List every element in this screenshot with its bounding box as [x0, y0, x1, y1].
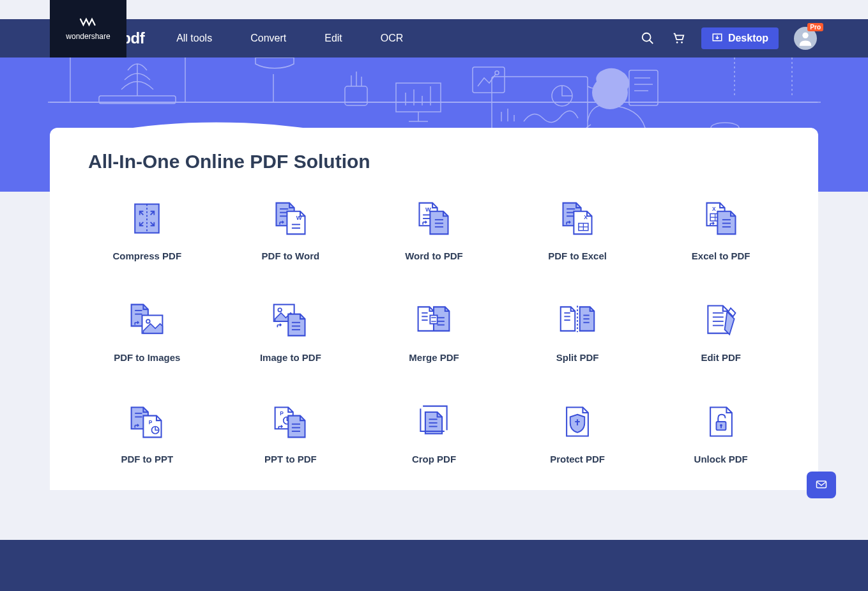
- tool-label: PDF to PPT: [121, 454, 173, 464]
- footer-band: [0, 540, 868, 591]
- tool-merge-pdf[interactable]: Merge PDF: [375, 300, 493, 363]
- tool-label: Unlock PDF: [694, 454, 748, 464]
- svg-text:X: X: [584, 214, 588, 220]
- pdf-to-ppt-icon: P: [126, 401, 167, 442]
- svg-rect-15: [396, 83, 441, 112]
- tool-edit-pdf[interactable]: Edit PDF: [662, 300, 780, 363]
- image-to-pdf-icon: [270, 300, 311, 341]
- split-pdf-icon: [557, 300, 598, 341]
- tool-label: PPT to PDF: [264, 454, 317, 464]
- tools-grid: Compress PDFWPDF to WordWWord to PDFXPDF…: [88, 198, 780, 464]
- tool-crop-pdf[interactable]: Crop PDF: [375, 401, 493, 464]
- merge-pdf-icon: [413, 300, 454, 341]
- tool-label: PDF to Excel: [548, 250, 607, 261]
- edit-pdf-icon: [701, 300, 742, 341]
- main-nav: All tools Convert Edit OCR: [176, 33, 403, 44]
- tool-label: Merge PDF: [409, 352, 459, 363]
- svg-line-3: [650, 40, 653, 44]
- excel-to-pdf-icon: X: [701, 198, 742, 239]
- mail-icon: [814, 479, 828, 491]
- pro-badge: Pro: [807, 23, 823, 31]
- search-icon: [641, 31, 655, 45]
- tool-label: PDF to Word: [262, 250, 320, 261]
- nav-ocr[interactable]: OCR: [381, 33, 404, 44]
- tool-image-to-pdf[interactable]: Image to PDF: [232, 300, 350, 363]
- tool-ppt-to-pdf[interactable]: PPPT to PDF: [232, 401, 350, 464]
- tool-label: PDF to Images: [114, 352, 180, 363]
- svg-point-7: [802, 33, 808, 38]
- chat-button[interactable]: [807, 472, 836, 498]
- tool-label: Split PDF: [556, 352, 599, 363]
- tool-label: Crop PDF: [412, 454, 456, 464]
- tool-pdf-to-excel[interactable]: XPDF to Excel: [519, 198, 637, 261]
- tool-pdf-to-images[interactable]: PDF to Images: [88, 300, 206, 363]
- cart-icon: [671, 31, 685, 45]
- nav-convert[interactable]: Convert: [250, 33, 286, 44]
- wondershare-badge[interactable]: wondershare: [50, 0, 126, 58]
- tool-excel-to-pdf[interactable]: XExcel to PDF: [662, 198, 780, 261]
- main-header: hipdf All tools Convert Edit OCR Des: [0, 19, 868, 58]
- wondershare-label: wondershare: [66, 32, 110, 41]
- search-button[interactable]: [640, 31, 655, 46]
- svg-point-23: [495, 71, 499, 75]
- tool-compress-pdf[interactable]: Compress PDF: [88, 198, 206, 261]
- svg-point-2: [643, 33, 651, 42]
- card-wave: [50, 109, 818, 185]
- svg-point-5: [681, 42, 683, 43]
- svg-rect-111: [817, 481, 826, 488]
- crop-pdf-icon: [413, 401, 454, 442]
- tool-pdf-to-word[interactable]: WPDF to Word: [232, 198, 350, 261]
- svg-text:P: P: [280, 410, 284, 417]
- tool-label: Image to PDF: [260, 352, 321, 363]
- tool-label: Compress PDF: [113, 250, 182, 261]
- pdf-to-images-icon: [126, 300, 167, 341]
- svg-text:P: P: [149, 419, 153, 426]
- tool-label: Word to PDF: [405, 250, 463, 261]
- avatar-icon: [796, 29, 814, 47]
- tool-word-to-pdf[interactable]: WWord to PDF: [375, 198, 493, 261]
- ppt-to-pdf-icon: P: [270, 401, 311, 442]
- svg-point-4: [676, 42, 678, 43]
- nav-all-tools[interactable]: All tools: [176, 33, 212, 44]
- tool-pdf-to-ppt[interactable]: PPDF to PPT: [88, 401, 206, 464]
- tool-unlock-pdf[interactable]: Unlock PDF: [662, 401, 780, 464]
- pdf-to-excel-icon: X: [557, 198, 598, 239]
- svg-rect-84: [430, 316, 438, 324]
- tool-split-pdf[interactable]: Split PDF: [519, 300, 637, 363]
- svg-rect-22: [473, 67, 505, 93]
- download-icon: [712, 33, 723, 44]
- protect-pdf-icon: [557, 401, 598, 442]
- user-avatar[interactable]: Pro: [794, 27, 817, 50]
- unlock-pdf-icon: [701, 401, 742, 442]
- compress-pdf-icon: [126, 198, 167, 239]
- cart-button[interactable]: [671, 31, 686, 46]
- svg-rect-33: [629, 70, 658, 105]
- word-to-pdf-icon: W: [413, 198, 454, 239]
- tool-label: Edit PDF: [701, 352, 741, 363]
- pdf-to-word-icon: W: [270, 198, 311, 239]
- tool-label: Protect PDF: [550, 454, 605, 464]
- desktop-button[interactable]: Desktop: [701, 27, 779, 49]
- nav-edit[interactable]: Edit: [324, 33, 342, 44]
- tool-label: Excel to PDF: [692, 250, 750, 261]
- wondershare-logo-icon: [79, 17, 98, 29]
- svg-text:W: W: [296, 215, 302, 221]
- desktop-label: Desktop: [728, 33, 768, 44]
- tool-protect-pdf[interactable]: Protect PDF: [519, 401, 637, 464]
- svg-text:X: X: [712, 206, 716, 212]
- headline: All-In-One Online PDF Solution: [88, 151, 780, 173]
